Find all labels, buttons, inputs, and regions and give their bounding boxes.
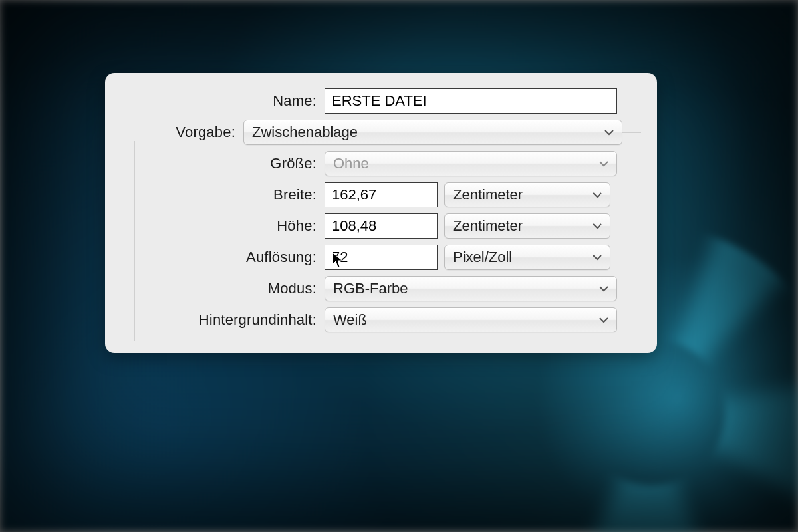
- chevron-down-icon: [599, 160, 608, 167]
- label-name: Name:: [117, 92, 325, 110]
- chevron-down-icon: [599, 285, 608, 292]
- label-mode: Modus:: [117, 280, 325, 297]
- row-background: Hintergrundinhalt: Weiß: [117, 307, 645, 332]
- row-width: Breite: Zentimeter: [117, 182, 645, 207]
- label-background: Hintergrundinhalt:: [117, 311, 325, 329]
- preset-select[interactable]: Zwischenablage: [243, 120, 622, 145]
- label-resolution: Auflösung:: [117, 249, 325, 266]
- group-divider: [134, 132, 135, 341]
- width-input[interactable]: [325, 182, 438, 207]
- resolution-input[interactable]: [325, 245, 438, 270]
- chevron-down-icon: [593, 254, 602, 261]
- row-name: Name:: [117, 88, 645, 114]
- height-input[interactable]: [325, 213, 438, 239]
- label-width: Breite:: [117, 186, 325, 203]
- chevron-down-icon: [593, 192, 602, 198]
- row-height: Höhe: Zentimeter: [117, 213, 645, 239]
- row-preset: Vorgabe: Zwischenablage: [117, 120, 645, 145]
- background-select[interactable]: Weiß: [325, 307, 617, 332]
- mode-select-value: RGB-Farbe: [333, 280, 408, 297]
- preset-select-value: Zwischenablage: [252, 124, 358, 141]
- background-select-value: Weiß: [333, 311, 367, 329]
- label-preset: Vorgabe:: [117, 124, 243, 141]
- width-unit-select[interactable]: Zentimeter: [444, 182, 610, 207]
- chevron-down-icon: [604, 129, 614, 136]
- row-mode: Modus: RGB-Farbe: [117, 276, 645, 301]
- label-height: Höhe:: [117, 217, 325, 235]
- chevron-down-icon: [593, 223, 602, 229]
- size-select-value: Ohne: [333, 155, 369, 172]
- resolution-unit-value: Pixel/Zoll: [453, 249, 512, 266]
- chevron-down-icon: [599, 317, 608, 323]
- width-unit-value: Zentimeter: [453, 186, 523, 203]
- label-size: Größe:: [117, 155, 325, 172]
- size-select[interactable]: Ohne: [325, 151, 617, 176]
- height-unit-select[interactable]: Zentimeter: [444, 213, 610, 239]
- height-unit-value: Zentimeter: [453, 217, 523, 235]
- new-document-panel: Name: Vorgabe: Zwischenablage Größe: Ohn…: [105, 73, 657, 353]
- resolution-unit-select[interactable]: Pixel/Zoll: [444, 245, 610, 270]
- row-resolution: Auflösung: Pixel/Zoll: [117, 245, 645, 270]
- mode-select[interactable]: RGB-Farbe: [325, 276, 617, 301]
- name-input[interactable]: [325, 88, 617, 114]
- row-size: Größe: Ohne: [117, 151, 645, 176]
